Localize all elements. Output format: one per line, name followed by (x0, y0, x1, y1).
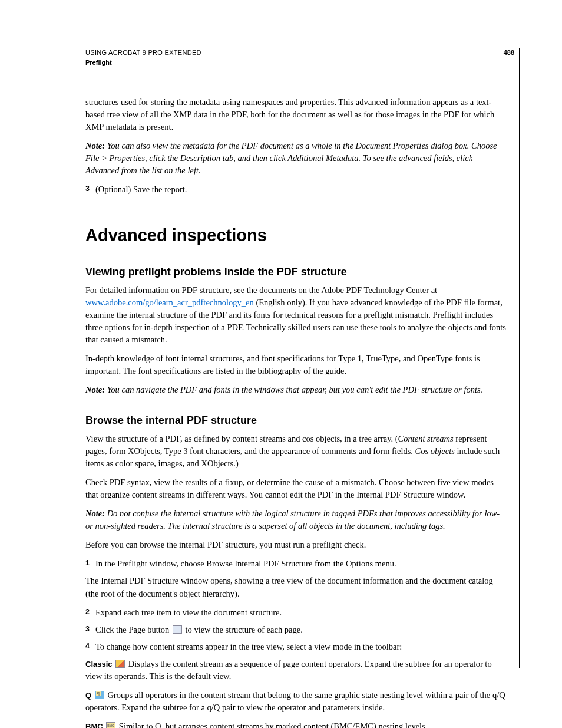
bmc-text: Similar to Q, but arranges content strea… (117, 722, 427, 728)
step3-after: to view the structure of each page. (183, 625, 303, 634)
pdf-tech-link[interactable]: www.adobe.com/go/learn_acr_pdftechnology… (85, 298, 254, 307)
section2-p3: Before you can browse the internal PDF s… (85, 539, 506, 551)
step-text: In the Preflight window, choose Browse I… (95, 558, 506, 570)
classic-label: Classic (85, 660, 113, 668)
step-4: 4 To change how content streams appear i… (85, 641, 506, 653)
bmc-icon (106, 722, 115, 728)
heading-viewing-preflight: Viewing preflight problems inside the PD… (85, 264, 506, 279)
content-streams-term: Content streams (398, 434, 454, 443)
step-3: 3 Click the Page button to view the stru… (85, 624, 506, 636)
step-text: (Optional) Save the report. (95, 183, 506, 196)
p1-before: View the structure of a PDF, as defined … (85, 434, 398, 443)
section2-p4: The Internal PDF Structure window opens,… (85, 575, 506, 599)
note-label: Note: (85, 141, 105, 150)
p1-before: For detailed information on PDF structur… (85, 285, 437, 295)
heading-advanced-inspections: Advanced inspections (85, 223, 506, 248)
step-number: 4 (85, 641, 95, 653)
classic-mode: Classic Displays the content stream as a… (85, 658, 506, 683)
page-number: 488 (504, 49, 514, 56)
cos-objects-term: Cos objects (415, 446, 455, 456)
intro-note: Note: You can also view the metadata for… (85, 140, 506, 177)
q-icon (95, 691, 104, 699)
section1-note: Note: You can navigate the PDF and fonts… (85, 384, 506, 396)
page-number-rule: 488 (504, 48, 520, 668)
step-number: 2 (85, 607, 95, 619)
step-text: Expand each tree item to view the docume… (95, 607, 506, 619)
heading-browse-internal: Browse the internal PDF structure (85, 413, 506, 428)
section1-p1: For detailed information on PDF structur… (85, 284, 506, 346)
note-text: You can also view the metadata for the P… (85, 141, 497, 175)
section2-p1: View the structure of a PDF, as defined … (85, 433, 506, 470)
note-text: You can navigate the PDF and fonts in th… (105, 385, 482, 394)
q-label: Q (85, 691, 91, 700)
section1-p2: In-depth knowledge of font internal stru… (85, 353, 506, 377)
bmc-mode: BMC Similar to Q, but arranges content s… (85, 720, 506, 728)
page-header: USING ACROBAT 9 PRO EXTENDED Preflight 4… (85, 48, 506, 68)
q-mode: Q Groups all operators in the content st… (85, 689, 506, 714)
intro-paragraph: structures used for storing the metadata… (85, 96, 506, 133)
step-text: To change how content streams appear in … (95, 641, 506, 653)
step-2: 2 Expand each tree item to view the docu… (85, 607, 506, 619)
step3-before: Click the Page button (95, 625, 171, 634)
header-left: USING ACROBAT 9 PRO EXTENDED Preflight (85, 48, 201, 68)
step-text: Click the Page button to view the struct… (95, 624, 506, 636)
step-3: 3 (Optional) Save the report. (85, 183, 506, 196)
step-number: 1 (85, 558, 95, 570)
note-label: Note: (85, 385, 105, 394)
section2-p2: Check PDF syntax, view the results of a … (85, 476, 506, 501)
bmc-label: BMC (85, 722, 103, 728)
q-text: Groups all operators in the content stre… (85, 690, 505, 712)
section2-note: Note: Do not confuse the internal struct… (85, 508, 506, 532)
note-label: Note: (85, 509, 105, 518)
classic-text: Displays the content stream as a sequenc… (85, 659, 492, 681)
step-number: 3 (85, 183, 95, 196)
step-number: 3 (85, 624, 95, 636)
doc-title: USING ACROBAT 9 PRO EXTENDED (85, 48, 201, 58)
step-1: 1 In the Preflight window, choose Browse… (85, 558, 506, 570)
note-text: Do not confuse the internal structure wi… (85, 509, 500, 531)
classic-icon (115, 660, 125, 668)
doc-section: Preflight (85, 58, 201, 68)
page-button-icon (173, 625, 182, 634)
